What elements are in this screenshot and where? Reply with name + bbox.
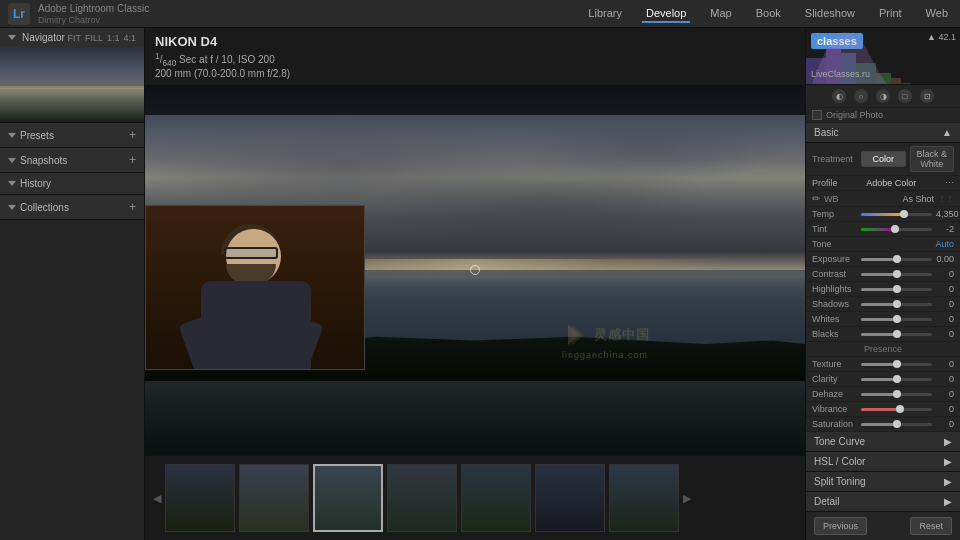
- film-thumb-3-active[interactable]: [313, 464, 383, 532]
- film-thumb-6[interactable]: [535, 464, 605, 532]
- basic-section-header[interactable]: Basic ▲: [806, 123, 960, 143]
- navigator-label: Navigator: [22, 32, 65, 43]
- shadows-slider-thumb[interactable]: [893, 300, 901, 308]
- whites-slider-track[interactable]: [861, 318, 932, 321]
- film-thumb-2[interactable]: [239, 464, 309, 532]
- collections-header[interactable]: Collections +: [0, 195, 144, 219]
- auto-tone-btn[interactable]: Auto: [935, 239, 954, 249]
- clarity-slider-track[interactable]: [861, 378, 932, 381]
- zoom-1-1[interactable]: 1:1: [107, 33, 120, 43]
- wb-row: ✏ WB As Shot ⋮⋮: [806, 191, 960, 207]
- zoom-fit[interactable]: FIT: [67, 33, 81, 43]
- histogram-tool-3[interactable]: ◑: [876, 89, 890, 103]
- presets-add-icon[interactable]: +: [129, 128, 136, 142]
- svg-rect-5: [891, 78, 901, 85]
- reset-button[interactable]: Reset: [910, 517, 952, 535]
- highlights-slider-thumb[interactable]: [893, 285, 901, 293]
- histogram-tool-4[interactable]: □: [898, 89, 912, 103]
- detail-header[interactable]: Detail ▶: [806, 492, 960, 512]
- whites-slider-thumb[interactable]: [893, 315, 901, 323]
- nav-book[interactable]: Book: [752, 5, 785, 23]
- nav-web[interactable]: Web: [922, 5, 952, 23]
- nav-print[interactable]: Print: [875, 5, 906, 23]
- hsl-color-header[interactable]: HSL / Color ▶: [806, 452, 960, 472]
- wb-label: WB: [824, 194, 854, 204]
- saturation-slider-track[interactable]: [861, 423, 932, 426]
- split-toning-header[interactable]: Split Toning ▶: [806, 472, 960, 492]
- profile-icon[interactable]: ⋯: [945, 178, 954, 188]
- exposure-slider-row: Exposure 0.00: [806, 252, 960, 267]
- profile-label: Profile: [812, 178, 838, 188]
- dehaze-slider-thumb[interactable]: [893, 390, 901, 398]
- treatment-color-btn[interactable]: Color: [861, 151, 906, 167]
- eyedropper-icon[interactable]: ✏: [812, 193, 820, 204]
- highlights-slider-track[interactable]: [861, 288, 932, 291]
- zoom-fill[interactable]: FILL: [85, 33, 103, 43]
- snapshots-label: Snapshots: [20, 155, 67, 166]
- temp-slider-row: Temp 4,350: [806, 207, 960, 222]
- history-header[interactable]: History: [0, 173, 144, 194]
- snapshots-header[interactable]: Snapshots +: [0, 148, 144, 172]
- dehaze-slider-track[interactable]: [861, 393, 932, 396]
- texture-slider-row: Texture 0: [806, 357, 960, 372]
- tone-header-row: Tone Auto: [806, 237, 960, 252]
- nav-develop[interactable]: Develop: [642, 5, 690, 23]
- main-image[interactable]: 灵感中国 lingganchina.com: [145, 85, 805, 455]
- zoom-4-1[interactable]: 4:1: [123, 33, 136, 43]
- contrast-slider-track[interactable]: [861, 273, 932, 276]
- film-thumb-7[interactable]: [609, 464, 679, 532]
- collections-add-icon[interactable]: +: [129, 200, 136, 214]
- original-photo-checkbox[interactable]: [812, 110, 822, 120]
- vibrance-slider-track[interactable]: [861, 408, 932, 411]
- filmstrip-left-arrow[interactable]: ◀: [153, 464, 161, 532]
- tone-curve-label: Tone Curve: [814, 436, 865, 447]
- film-thumb-1[interactable]: [165, 464, 235, 532]
- treatment-bw-btn[interactable]: Black & White: [910, 146, 955, 172]
- presence-label: Presence: [806, 342, 960, 357]
- vibrance-slider-thumb[interactable]: [896, 405, 904, 413]
- nav-slideshow[interactable]: Slideshow: [801, 5, 859, 23]
- tint-label: Tint: [812, 224, 857, 234]
- film-thumb-5[interactable]: [461, 464, 531, 532]
- shadows-slider-track[interactable]: [861, 303, 932, 306]
- snapshots-triangle-icon: [8, 158, 16, 163]
- presets-header[interactable]: Presets +: [0, 123, 144, 147]
- temp-slider-thumb[interactable]: [900, 210, 908, 218]
- wb-value: As Shot: [858, 194, 934, 204]
- focal-length: 200 mm (70.0-200.0 mm f/2.8): [155, 68, 290, 79]
- film-thumb-4[interactable]: [387, 464, 457, 532]
- saturation-slider-thumb[interactable]: [893, 420, 901, 428]
- exposure-slider-track[interactable]: [861, 258, 932, 261]
- basic-collapse-icon: ▲: [942, 127, 952, 138]
- nav-map[interactable]: Map: [706, 5, 735, 23]
- histogram-value: ▲ 42.1: [927, 32, 956, 42]
- blacks-label: Blacks: [812, 329, 857, 339]
- nav-library[interactable]: Library: [584, 5, 626, 23]
- texture-slider-thumb[interactable]: [893, 360, 901, 368]
- tint-slider-track[interactable]: [861, 228, 932, 231]
- main-layout: Navigator FIT FILL 1:1 4:1: [0, 28, 960, 540]
- previous-button[interactable]: Previous: [814, 517, 867, 535]
- dehaze-label: Dehaze: [812, 389, 857, 399]
- temp-slider-track[interactable]: [861, 213, 932, 216]
- histogram-tool-5[interactable]: ⊡: [920, 89, 934, 103]
- blacks-slider-thumb[interactable]: [893, 330, 901, 338]
- contrast-slider-thumb[interactable]: [893, 270, 901, 278]
- presets-triangle-icon: [8, 133, 16, 138]
- navigator-header[interactable]: Navigator FIT FILL 1:1 4:1: [0, 28, 144, 47]
- clarity-slider-thumb[interactable]: [893, 375, 901, 383]
- camera-model: NIKON D4: [155, 34, 795, 49]
- exposure-slider-thumb[interactable]: [893, 255, 901, 263]
- snapshots-add-icon[interactable]: +: [129, 153, 136, 167]
- temp-label: Temp: [812, 209, 857, 219]
- filmstrip-right-arrow[interactable]: ▶: [683, 464, 691, 532]
- tint-slider-thumb[interactable]: [891, 225, 899, 233]
- bottom-filmstrip: ◀ ▶: [145, 455, 805, 540]
- watermark-brand: 灵感中国: [594, 326, 650, 344]
- histogram-tool-1[interactable]: ◐: [832, 89, 846, 103]
- histogram-tool-2[interactable]: ○: [854, 89, 868, 103]
- blacks-slider-track[interactable]: [861, 333, 932, 336]
- saturation-value: 0: [936, 419, 954, 429]
- texture-slider-track[interactable]: [861, 363, 932, 366]
- tone-curve-header[interactable]: Tone Curve ▶: [806, 432, 960, 452]
